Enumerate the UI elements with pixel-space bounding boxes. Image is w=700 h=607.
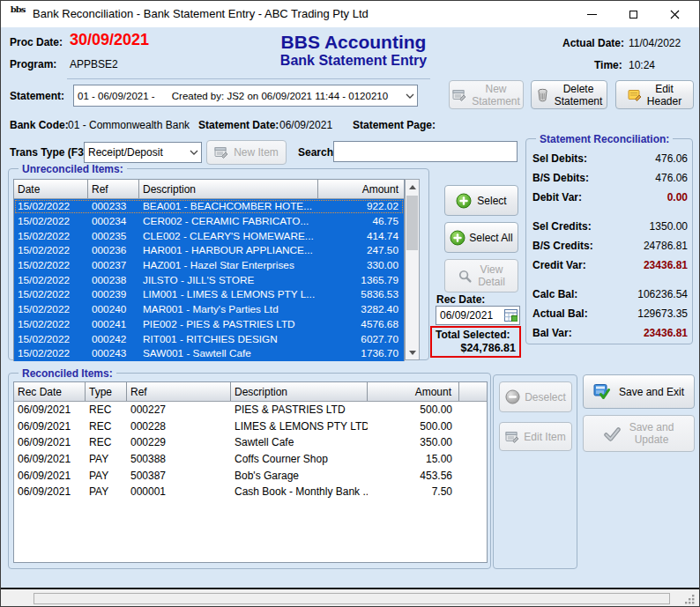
unreconciled-row[interactable]: 15/02/2022000243SAW001 - Sawtell Cafe173…	[14, 346, 404, 361]
reconciled-row[interactable]: 06/09/2021REC000229Sawtell Cafe350.00	[14, 434, 487, 451]
cell: Cash Book - Monthly Bank ...	[231, 485, 368, 498]
new-item-button[interactable]: New Item	[206, 140, 287, 165]
scroll-up-button[interactable]	[406, 180, 419, 194]
cell: Bob's Garage	[231, 470, 368, 482]
total-selected-label: Total Selected:	[436, 329, 516, 341]
recon-value: 24786.81	[644, 240, 688, 252]
reconciled-row[interactable]: 06/09/2021PAY500387Bob's Garage453.56	[14, 467, 487, 484]
trans-type-value: Receipt/Deposit	[85, 146, 187, 159]
recon-label: Sel Debits:	[532, 152, 587, 165]
select-button[interactable]: Select	[444, 185, 518, 216]
chevron-down-icon	[187, 150, 201, 155]
cell: LIMES & LEMONS PTY LTD	[231, 420, 368, 433]
cell: REC	[86, 420, 127, 433]
scroll-down-icon	[409, 351, 416, 355]
cell: PAY	[86, 470, 127, 482]
recon-value: 23436.81	[644, 327, 688, 339]
edit-item-label: Edit Item	[524, 431, 565, 443]
select-all-button[interactable]: Select All	[444, 222, 518, 253]
cell: LIM001 - LIMES & LEMONS PTY L...	[139, 288, 318, 300]
unreconciled-row[interactable]: 15/02/2022000235CLE002 - CLEARY'S HOMEWA…	[14, 228, 404, 243]
reconciliation-row: B/S Debits:476.06	[532, 168, 688, 188]
search-input[interactable]	[333, 141, 518, 162]
view-detail-button[interactable]: View Detail	[444, 259, 518, 292]
column-header-ref[interactable]: Ref	[127, 382, 231, 401]
cell: RIT001 - RITCHIES DESIGN	[139, 333, 318, 345]
unreconciled-row[interactable]: 15/02/2022000238JILSTO - JILL'S STORE136…	[14, 272, 404, 287]
cell: 15.00	[368, 453, 459, 465]
save-and-exit-button[interactable]: Save and Exit	[583, 374, 695, 409]
column-header-date[interactable]: Date	[14, 180, 88, 198]
cell: 5836.53	[318, 288, 404, 300]
unreconciled-row[interactable]: 15/02/2022000233BEA001 - BEACHCOMBER HOT…	[14, 199, 404, 214]
unreconciled-row[interactable]: 15/02/2022000240MAR001 - Marty's Parties…	[14, 302, 404, 317]
close-icon	[670, 10, 680, 19]
edit-header-button[interactable]: Edit Header	[615, 80, 694, 109]
cell: 15/02/2022	[14, 259, 88, 271]
deselect-button[interactable]: Deselect	[499, 381, 572, 412]
cell: 15/02/2022	[14, 274, 88, 286]
recon-label: B/S Debits:	[532, 172, 589, 184]
minimize-button[interactable]	[571, 1, 612, 27]
column-header-description[interactable]: Description	[231, 382, 368, 401]
minus-circle-icon	[505, 389, 520, 404]
save-and-update-button[interactable]: Save and Update	[583, 415, 695, 452]
recon-value: 129673.35	[637, 307, 688, 320]
cell: 46.75	[318, 215, 404, 227]
statement-label: Statement:	[10, 90, 64, 102]
column-header-amount[interactable]: Amount	[368, 382, 459, 401]
actual-date-label: Actual Date:	[562, 37, 624, 49]
reconciliation-row: Sel Credits:1350.00	[532, 217, 688, 236]
window-title: Bank Reconciliation - Bank Statement Ent…	[33, 7, 369, 20]
recon-value: 0.00	[667, 191, 688, 204]
edit-item-button[interactable]: Edit Item	[499, 422, 572, 451]
cell: 15/02/2022	[14, 333, 88, 345]
column-header-rec-date[interactable]: Rec Date	[14, 382, 86, 401]
scrollbar-thumb[interactable]	[406, 196, 418, 250]
reconciled-row[interactable]: 06/09/2021PAY000001Cash Book - Monthly B…	[14, 484, 487, 500]
reconciliation-row: Debit Var:0.00	[532, 188, 688, 207]
actual-date-value: 11/04/2022	[629, 37, 681, 49]
column-header-description[interactable]: Description	[139, 180, 318, 198]
cell: 06/09/2021	[14, 453, 86, 465]
column-header-type[interactable]: Type	[86, 382, 127, 401]
cell: Sawtell Cafe	[231, 436, 368, 448]
unreconciled-row[interactable]: 15/02/2022000234CER002 - CERAMIC FABRICA…	[14, 214, 404, 229]
delete-statement-button[interactable]: Delete Statement	[531, 80, 607, 109]
scroll-down-button[interactable]	[406, 345, 419, 359]
cell: 500388	[127, 453, 231, 465]
cell: 06/09/2021	[14, 470, 86, 482]
titlebar: bbs Bank Reconciliation - Bank Statement…	[1, 1, 699, 27]
unreconciled-scrollbar[interactable]	[405, 179, 420, 360]
new-item-icon	[214, 145, 228, 159]
delete-statement-label: Delete Statement	[555, 83, 603, 107]
statement-select[interactable]: 01 - 06/09/2021 - Created by: JS2 on 06/…	[73, 85, 418, 107]
cell: 7.50	[368, 485, 459, 498]
unreconciled-row[interactable]: 15/02/2022000241PIE002 - PIES & PASTRIES…	[14, 317, 404, 332]
unreconciled-row[interactable]: 15/02/2022000242RIT001 - RITCHIES DESIGN…	[14, 331, 404, 346]
unreconciled-row[interactable]: 15/02/2022000236HAR001 - HARBOUR APPLIAN…	[14, 243, 404, 258]
column-header-ref[interactable]: Ref	[88, 180, 139, 198]
unreconciled-row[interactable]: 15/02/2022000237HAZ001 - Hazel Star Ente…	[14, 258, 404, 273]
cell: 000239	[88, 288, 139, 300]
save-and-update-label: Save and Update	[629, 421, 674, 446]
reconciliation-row: Bal Var:23436.81	[532, 323, 688, 343]
column-header-amount[interactable]: Amount	[318, 180, 404, 198]
calendar-button[interactable]	[503, 309, 519, 322]
resize-grip-icon[interactable]	[684, 594, 696, 605]
unreconciled-row[interactable]: 15/02/2022000239LIM001 - LIMES & LEMONS …	[14, 287, 404, 302]
maximize-button[interactable]	[613, 1, 653, 27]
app-icon: bbs	[9, 5, 26, 23]
reconciled-row[interactable]: 06/09/2021REC000227PIES & PASTRIES LTD50…	[14, 402, 487, 418]
cell: PAY	[86, 485, 127, 498]
rec-date-input[interactable]: 06/09/2021	[436, 306, 520, 325]
reconciled-row[interactable]: 06/09/2021REC000228LIMES & LEMONS PTY LT…	[14, 418, 487, 435]
new-statement-button[interactable]: New Statement	[449, 80, 524, 109]
trans-type-select[interactable]: Receipt/Deposit	[84, 142, 202, 163]
new-statement-label: New Statement	[472, 83, 520, 107]
cell: 247.50	[318, 244, 404, 256]
reconciled-row[interactable]: 06/09/2021PAY500388Coffs Courner Shop15.…	[14, 451, 487, 468]
cell: CER002 - CERAMIC FABRICATO...	[139, 215, 318, 227]
cell: 3282.40	[318, 303, 404, 315]
close-button[interactable]	[654, 1, 695, 27]
